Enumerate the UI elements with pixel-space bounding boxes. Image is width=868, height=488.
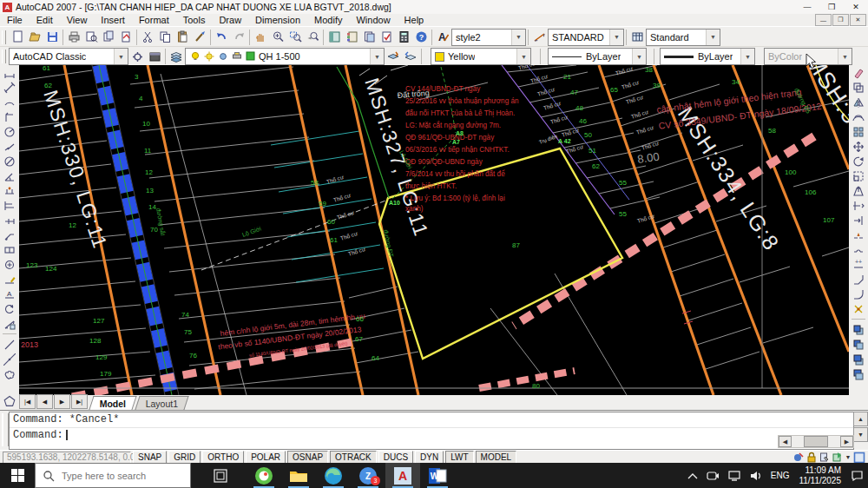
markup-set-manager-icon[interactable] (378, 29, 395, 46)
extend-icon[interactable] (850, 213, 867, 228)
tab-last-icon[interactable]: ▶| (71, 394, 88, 409)
toolbar-lock-icon[interactable] (805, 452, 818, 464)
chevron-down-icon[interactable]: ▼ (609, 30, 623, 45)
sheetset-manager-icon[interactable] (360, 29, 378, 46)
linetype-combo[interactable]: ByLayer ▼ (548, 48, 647, 65)
quick-leader-icon[interactable] (1, 228, 18, 242)
construction-line-icon[interactable] (1, 352, 18, 366)
dim-continue-icon[interactable] (1, 213, 18, 228)
chevron-down-icon[interactable]: ▼ (632, 49, 646, 64)
3d-dwf-icon[interactable] (117, 29, 135, 46)
scale-icon[interactable] (850, 168, 867, 183)
plot-icon[interactable] (65, 29, 82, 46)
zoom-window-icon[interactable] (286, 29, 304, 46)
copy-icon[interactable] (156, 29, 174, 46)
volume-icon[interactable] (746, 463, 766, 488)
toolbar-grip[interactable] (2, 30, 6, 44)
quickcalc-icon[interactable] (395, 29, 412, 46)
draw-order-front-icon[interactable] (850, 322, 867, 337)
dim-jogged-icon[interactable] (1, 139, 18, 154)
scroll-left-icon[interactable]: ◀ (779, 436, 792, 447)
stretch-icon[interactable] (850, 183, 867, 198)
mirror-icon[interactable] (850, 95, 867, 109)
layer-combo[interactable]: QH 1-500 ▼ (185, 48, 385, 65)
dim-baseline-icon[interactable] (1, 198, 18, 213)
menu-format[interactable]: Format (132, 14, 176, 26)
mdi-minimize-button[interactable]: — (815, 14, 832, 26)
move-icon[interactable] (850, 139, 867, 154)
meet-now-icon[interactable] (702, 463, 724, 488)
designcenter-icon[interactable] (326, 29, 343, 46)
trim-icon[interactable] (850, 198, 867, 213)
toggle-osnap[interactable]: OSNAP (287, 451, 328, 464)
revision-cloud-icon[interactable] (1, 366, 18, 381)
restore-button[interactable]: ❒ (819, 1, 844, 14)
toggle-ducs[interactable]: DUCS (378, 451, 413, 464)
match-properties-icon[interactable] (191, 29, 208, 46)
tab-prev-icon[interactable]: ◀ (36, 394, 53, 409)
erase-icon[interactable] (850, 65, 867, 80)
command-hscrollbar[interactable]: ◀ ▶ (778, 435, 854, 448)
coordinates-readout[interactable]: 595193.1638, 1202278.5148, 0.0000 (3, 452, 131, 464)
make-object-layer-current-icon[interactable] (385, 48, 402, 65)
lineweight-combo[interactable]: ByLayer ▼ (660, 48, 755, 65)
chamfer-icon[interactable] (850, 272, 867, 287)
draw-order-back-icon[interactable] (850, 337, 867, 352)
toggle-dyn[interactable]: DYN (415, 451, 444, 464)
table-style-combo[interactable]: Standard ▼ (646, 29, 720, 46)
clean-screen-button[interactable] (852, 452, 865, 464)
minimize-button[interactable]: — (795, 1, 819, 14)
coccoc-icon[interactable] (247, 463, 281, 488)
offset-icon[interactable] (850, 109, 867, 124)
menu-modify[interactable]: Modify (307, 14, 349, 26)
workspace-combo[interactable]: AutoCAD Classic ▼ (9, 48, 128, 65)
menu-dimension[interactable]: Dimension (248, 14, 307, 26)
dim-edit-icon[interactable] (1, 272, 18, 287)
task-view-button[interactable] (203, 463, 238, 488)
network-icon[interactable] (724, 463, 746, 488)
command-scrollbar[interactable]: ▲ ▼ (853, 412, 866, 443)
publish-icon[interactable] (100, 29, 117, 46)
break-icon[interactable] (850, 242, 867, 257)
toggle-otrack[interactable]: OTRACK (330, 451, 377, 464)
updates-icon[interactable] (831, 452, 844, 464)
menu-tools[interactable]: Tools (176, 14, 213, 26)
color-combo[interactable]: Yellow ▼ (431, 48, 531, 65)
text-style-combo[interactable]: style2 ▼ (451, 29, 526, 46)
dim-aligned-icon[interactable] (1, 80, 18, 95)
chevron-down-icon[interactable]: ▼ (706, 30, 720, 45)
tool-palettes-icon[interactable] (343, 29, 360, 46)
search-input[interactable] (60, 470, 185, 482)
zoom-realtime-icon[interactable] (269, 29, 286, 46)
chevron-down-icon[interactable]: ▼ (516, 49, 530, 64)
menu-help[interactable]: Help (398, 14, 431, 26)
rotate-icon[interactable] (850, 154, 867, 168)
start-button[interactable] (0, 463, 35, 488)
tray-expand-icon[interactable] (683, 463, 702, 488)
toggle-model[interactable]: MODEL (476, 451, 517, 464)
edge-icon[interactable] (316, 463, 351, 488)
toggle-lwt[interactable]: LWT (445, 451, 473, 464)
plot-preview-icon[interactable] (82, 29, 100, 46)
file-explorer-icon[interactable] (281, 463, 316, 488)
scroll-up-icon[interactable]: ▲ (853, 412, 868, 426)
chevron-down-icon[interactable]: ▼ (740, 49, 754, 64)
tray-arrow-icon[interactable]: ▼ (844, 452, 852, 464)
zoom-previous-icon[interactable] (304, 29, 321, 46)
center-mark-icon[interactable] (1, 257, 18, 272)
standards-icon[interactable] (818, 452, 831, 464)
my-workspace-icon[interactable] (146, 48, 163, 65)
command-prompt-line[interactable]: Command: (10, 428, 853, 443)
open-icon[interactable] (26, 29, 43, 46)
chevron-down-icon[interactable]: ▼ (511, 30, 525, 45)
paste-icon[interactable] (174, 29, 191, 46)
toggle-ortho[interactable]: ORTHO (202, 451, 244, 464)
dim-arc-length-icon[interactable] (1, 95, 18, 109)
tab-layout1[interactable]: Layout1 (135, 396, 190, 410)
dim-diameter-icon[interactable] (1, 154, 18, 168)
save-icon[interactable] (43, 29, 61, 46)
taskbar-clock[interactable]: 11:09 AM 11/11/2025 (793, 465, 846, 486)
explode-icon[interactable] (850, 301, 867, 316)
drawing-canvas[interactable]: MSH:330, LG:11 MSH:327, LG:11 MSH:334, L… (19, 65, 849, 395)
dim-style-manager-icon[interactable] (1, 316, 18, 331)
